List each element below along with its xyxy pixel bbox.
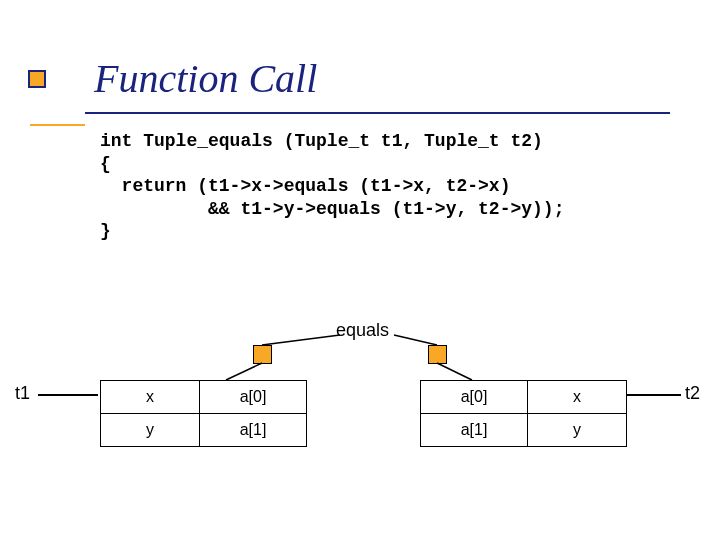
t2-field-0: x [528,381,627,414]
svg-line-1 [394,335,437,345]
t1-value-1: a[1] [200,414,307,447]
t1-pointer-line [38,394,98,396]
t2-pointer-label: t2 [685,383,700,404]
t1-pointer-label: t1 [15,383,30,404]
object-box-right [428,345,447,364]
table-row: a[1] y [421,414,627,447]
table-row: a[0] x [421,381,627,414]
table-row: x a[0] [101,381,307,414]
title-underline [30,112,670,114]
svg-line-3 [437,363,472,380]
svg-line-2 [226,363,262,380]
t1-value-0: a[0] [200,381,307,414]
t2-value-1: a[1] [421,414,528,447]
table-row: y a[1] [101,414,307,447]
equals-label: equals [336,320,389,341]
object-box-left [253,345,272,364]
code-block: int Tuple_equals (Tuple_t t1, Tuple_t t2… [100,130,564,243]
t1-table: x a[0] y a[1] [100,380,307,447]
svg-line-0 [262,335,340,345]
t1-field-1: y [101,414,200,447]
t2-table: a[0] x a[1] y [420,380,627,447]
t2-pointer-line [626,394,681,396]
t2-field-1: y [528,414,627,447]
slide-title: Function Call [94,55,317,102]
t1-field-0: x [101,381,200,414]
title-bullet [30,72,44,86]
t2-value-0: a[0] [421,381,528,414]
